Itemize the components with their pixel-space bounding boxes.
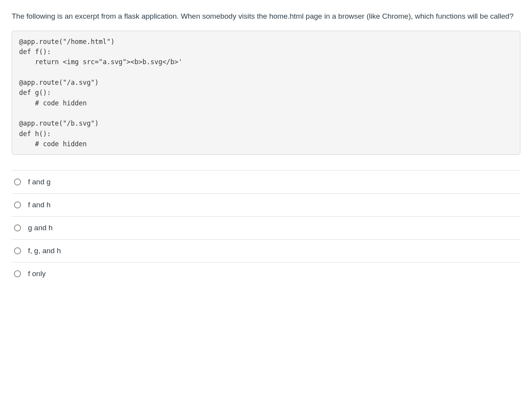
option-label: f, g, and h [28,247,61,255]
question-text: The following is an excerpt from a flask… [12,11,520,22]
option-label: f only [28,270,46,278]
option-f-g-and-h[interactable]: f, g, and h [12,240,520,262]
options-list: f and g f and h g and h f, g, and h f on… [12,170,520,285]
radio-icon[interactable] [14,178,21,186]
radio-icon[interactable] [14,247,21,254]
radio-icon[interactable] [14,224,21,231]
option-label: f and g [28,178,51,186]
option-f-and-g[interactable]: f and g [12,171,520,194]
option-f-only[interactable]: f only [12,262,520,285]
option-label: f and h [28,201,51,209]
option-f-and-h[interactable]: f and h [12,194,520,217]
option-g-and-h[interactable]: g and h [12,217,520,240]
radio-icon[interactable] [14,201,21,208]
radio-icon[interactable] [14,270,21,277]
code-block: @app.route("/home.html") def f(): return… [12,31,520,155]
option-label: g and h [28,224,52,232]
